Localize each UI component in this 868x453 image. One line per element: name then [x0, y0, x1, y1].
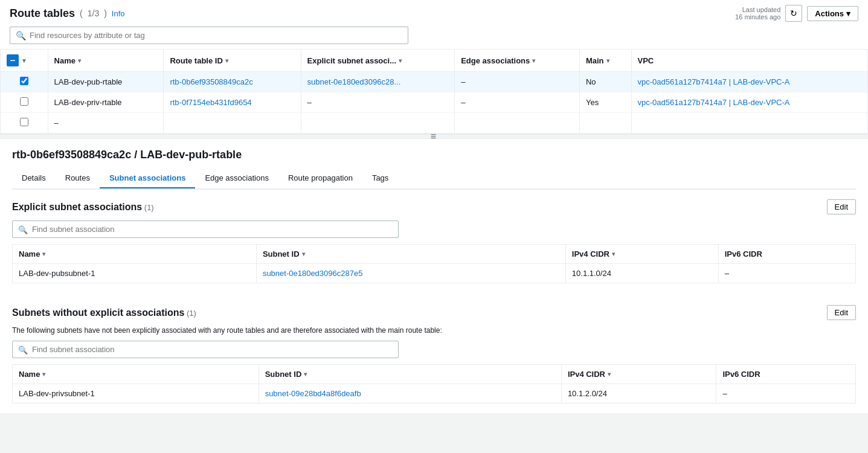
th-edge-assoc[interactable]: Edge associations ▾	[455, 50, 580, 72]
explicit-subnet-section: Explicit subnet associations (1) Edit 🔍 …	[12, 190, 856, 293]
es-ipv4: 10.1.1.0/24	[565, 264, 718, 283]
row-vpc[interactable]: vpc-0ad561a127b7414a7 | LAB-dev-VPC-A	[631, 72, 867, 92]
row-checkbox-cell[interactable]	[1, 72, 48, 92]
name-sort-icon: ▾	[78, 57, 81, 64]
es-subnet-id-link[interactable]: subnet-0e180ed3096c287e5	[263, 269, 363, 278]
sw-subnetid-sort: ▾	[304, 371, 307, 378]
row-edge-assoc: –	[455, 72, 580, 92]
table-row[interactable]: –	[1, 113, 867, 133]
row-vpc	[631, 113, 867, 133]
row-explicit-subnet	[301, 113, 455, 133]
sw-subnet-id-link[interactable]: subnet-09e28bd4a8f6deafb	[265, 389, 361, 398]
swth-subnet-id[interactable]: Subnet ID▾	[259, 365, 561, 384]
page-title: Route tables	[10, 7, 75, 20]
actions-label: Actions	[815, 9, 844, 18]
tab-route-propagation[interactable]: Route propagation	[278, 169, 362, 188]
tab-edge-associations[interactable]: Edge associations	[195, 169, 278, 188]
edge-sort-icon: ▾	[532, 57, 535, 64]
detail-panel: rtb-0b6ef93508849ca2c / LAB-dev-pub-rtab…	[0, 139, 868, 413]
refresh-button[interactable]: ↻	[785, 5, 802, 22]
sw-name-sort: ▾	[42, 371, 45, 378]
subnets-without-search-icon: 🔍	[18, 345, 28, 354]
vpc-link[interactable]: vpc-0ad561a127b7414a7 | LAB-dev-VPC-A	[638, 77, 790, 86]
es-ipv4-sort: ▾	[612, 251, 615, 257]
row-main: Yes	[579, 92, 631, 113]
sw-ipv6: –	[716, 384, 855, 403]
swth-ipv6: IPv6 CIDR	[716, 365, 855, 384]
route-table-id-link[interactable]: rtb-0b6ef93508849ca2c	[170, 77, 252, 86]
esth-ipv4[interactable]: IPv4 CIDR▾	[565, 245, 718, 264]
row-route-table-id	[164, 113, 301, 133]
row-checkbox[interactable]	[20, 77, 28, 85]
th-name[interactable]: Name ▾	[48, 50, 164, 72]
es-name: LAB-dev-pubsubnet-1	[13, 264, 256, 283]
subnets-without-title: Subnets without explicit associations	[12, 307, 184, 318]
th-explicit-subnet[interactable]: Explicit subnet associ... ▾	[301, 50, 455, 72]
row-checkbox[interactable]	[20, 118, 28, 126]
last-updated-time: 16 minutes ago	[735, 13, 780, 21]
tab-routes[interactable]: Routes	[56, 169, 100, 188]
sw-ipv4-sort: ▾	[608, 371, 611, 378]
es-name-sort: ▾	[42, 251, 45, 257]
resize-divider[interactable]: ≡	[0, 134, 868, 139]
esth-name[interactable]: Name▾	[13, 245, 256, 264]
count-badge-close: )	[104, 8, 107, 18]
explicit-subnet-title: Explicit subnet associations	[12, 202, 142, 212]
subnets-without-edit-button[interactable]: Edit	[827, 305, 856, 320]
row-checkbox[interactable]	[20, 97, 28, 106]
sw-subnet-id[interactable]: subnet-09e28bd4a8f6deafb	[259, 384, 561, 403]
row-edge-assoc: –	[455, 92, 580, 113]
th-route-table-id[interactable]: Route table ID ▾	[164, 50, 301, 72]
row-route-table-id[interactable]: rtb-0f7154eb431fd9654	[164, 92, 301, 113]
th-main[interactable]: Main ▾	[579, 50, 631, 72]
swth-ipv4[interactable]: IPv4 CIDR▾	[561, 365, 716, 384]
explicit-subnet-link[interactable]: subnet-0e180ed3096c28...	[307, 77, 401, 86]
tab-subnet-associations[interactable]: Subnet associations	[100, 169, 195, 188]
actions-button[interactable]: Actions ▾	[807, 6, 858, 21]
row-edge-assoc	[455, 113, 580, 133]
row-name: –	[48, 113, 164, 133]
tab-details[interactable]: Details	[12, 169, 56, 188]
row-route-table-id[interactable]: rtb-0b6ef93508849ca2c	[164, 72, 301, 92]
swth-name[interactable]: Name▾	[13, 365, 259, 384]
es-subnetid-sort: ▾	[302, 251, 305, 257]
row-vpc[interactable]: vpc-0ad561a127b7414a7 | LAB-dev-VPC-A	[631, 92, 867, 113]
count-badge: (	[80, 8, 83, 18]
explicit-subnet-table: Name▾ Subnet ID▾ IPv4 CIDR▾ IPv6 CIDR LA…	[13, 245, 855, 283]
table-row[interactable]: LAB-dev-pub-rtablertb-0b6ef93508849ca2cs…	[1, 72, 867, 92]
sort-name-icon: ▼	[21, 57, 27, 64]
actions-chevron-icon: ▾	[846, 9, 850, 18]
row-explicit-subnet: –	[301, 92, 455, 113]
subnets-without-note: The following subnets have not been expl…	[12, 326, 856, 335]
drag-handle-icon: ≡	[431, 131, 437, 142]
route-table-id-link[interactable]: rtb-0f7154eb431fd9654	[170, 98, 251, 107]
table-row[interactable]: LAB-dev-priv-rtablertb-0f7154eb431fd9654…	[1, 92, 867, 113]
row-checkbox-cell[interactable]	[1, 113, 48, 133]
count-value: 1/3	[88, 8, 99, 18]
row-explicit-subnet[interactable]: subnet-0e180ed3096c28...	[301, 72, 455, 92]
subnets-without-count: (1)	[187, 309, 196, 318]
tab-tags[interactable]: Tags	[362, 169, 398, 188]
subnets-without-row: LAB-dev-privsubnet-1subnet-09e28bd4a8f6d…	[13, 384, 855, 403]
info-link[interactable]: Info	[112, 9, 125, 18]
row-main: No	[579, 72, 631, 92]
select-all-checkbox[interactable]	[7, 54, 19, 66]
sw-ipv4: 10.1.2.0/24	[561, 384, 716, 403]
es-ipv6: –	[718, 264, 855, 283]
vpc-link[interactable]: vpc-0ad561a127b7414a7 | LAB-dev-VPC-A	[638, 98, 790, 107]
row-name: LAB-dev-priv-rtable	[48, 92, 164, 113]
sw-name: LAB-dev-privsubnet-1	[13, 384, 259, 403]
explicit-search-icon: 🔍	[18, 225, 28, 234]
search-input[interactable]	[10, 27, 408, 44]
row-checkbox-cell[interactable]	[1, 92, 48, 113]
es-subnet-id[interactable]: subnet-0e180ed3096c287e5	[256, 264, 565, 283]
search-container: 🔍	[10, 27, 408, 44]
select-all-header[interactable]: ▼	[1, 50, 48, 72]
explicit-subnet-edit-button[interactable]: Edit	[827, 199, 856, 214]
row-main	[579, 113, 631, 133]
explicit-subnet-search-input[interactable]	[12, 220, 399, 238]
esth-subnet-id[interactable]: Subnet ID▾	[256, 245, 565, 264]
th-vpc[interactable]: VPC	[631, 50, 867, 72]
esth-ipv6: IPv6 CIDR	[718, 245, 855, 264]
subnets-without-search-input[interactable]	[12, 341, 399, 358]
